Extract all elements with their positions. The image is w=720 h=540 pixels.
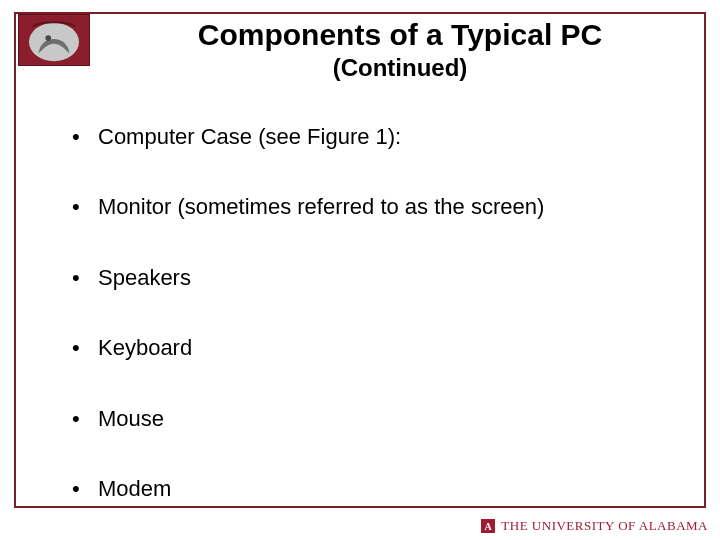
list-item: Computer Case (see Figure 1): <box>70 124 720 150</box>
slide-subtitle: (Continued) <box>100 54 700 82</box>
footer-text: THE UNIVERSITY OF ALABAMA <box>501 518 708 534</box>
list-item: Monitor (sometimes referred to as the sc… <box>70 194 720 220</box>
list-item: Speakers <box>70 265 720 291</box>
footer-branding: A THE UNIVERSITY OF ALABAMA <box>481 518 708 534</box>
list-item: Modem <box>70 476 720 502</box>
slide-title: Components of a Typical PC <box>100 18 700 52</box>
team-logo <box>18 14 90 66</box>
svg-point-2 <box>45 35 51 41</box>
list-item: Mouse <box>70 406 720 432</box>
footer-mark-icon: A <box>481 519 495 533</box>
list-item: Keyboard <box>70 335 720 361</box>
bullet-list: Computer Case (see Figure 1): Monitor (s… <box>30 124 720 540</box>
